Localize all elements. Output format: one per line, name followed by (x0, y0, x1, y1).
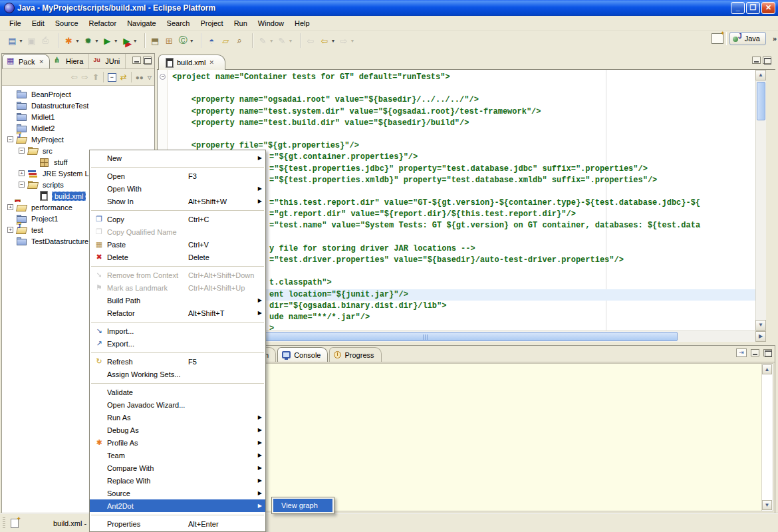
pin-console-icon[interactable]: ⇥ (736, 348, 747, 357)
menubar-item-project[interactable]: Project (195, 17, 228, 29)
dropdown-icon[interactable]: ▼ (114, 39, 118, 43)
menu-item-export-[interactable]: ↗Export... (90, 337, 265, 350)
expand-icon[interactable]: + (7, 227, 13, 233)
scroll-down-icon[interactable]: ▼ (755, 320, 766, 331)
scroll-up-icon[interactable]: ▲ (755, 70, 766, 80)
expand-icon[interactable]: + (7, 204, 13, 210)
link-with-editor-icon[interactable]: ⇄ (120, 72, 127, 82)
menubar-item-source[interactable]: Source (50, 17, 84, 29)
menu-item-refactor[interactable]: RefactorAlt+Shift+T▶ (90, 307, 265, 319)
menu-item-open[interactable]: OpenF3 (90, 170, 265, 182)
up-icon[interactable]: ⬆ (92, 72, 99, 82)
tree-item-datastructuretest[interactable]: DatastructureTest (2, 100, 154, 111)
new-java-project-icon[interactable]: ⬒ (148, 33, 162, 48)
new-package-icon[interactable]: ⊞ (162, 33, 176, 48)
dropdown-icon[interactable]: ▼ (75, 39, 80, 43)
minimize-editor-icon[interactable] (752, 57, 761, 64)
scroll-down-icon[interactable]: ▼ (762, 500, 772, 510)
expand-toggle[interactable]: + (5, 204, 16, 210)
new-class-icon[interactable]: Ⓒ▼ (176, 33, 195, 48)
scroll-up-icon[interactable]: ▲ (762, 364, 772, 374)
menubar-item-run[interactable]: Run (229, 17, 253, 29)
maximize-panel-icon[interactable] (763, 349, 772, 356)
dropdown-icon[interactable]: ▼ (269, 39, 274, 43)
menubar-item-file[interactable]: File (4, 17, 27, 29)
menu-item-replace-with[interactable]: Replace With▶ (90, 474, 265, 487)
editor-vertical-scrollbar[interactable]: ▲ ▼ (755, 70, 766, 331)
view-dropdown-icon[interactable]: ▽ (148, 74, 152, 80)
menubar-item-help[interactable]: Help (289, 17, 315, 29)
menubar-item-search[interactable]: Search (162, 17, 195, 29)
fold-collapse-icon[interactable] (160, 74, 166, 80)
menu-item-show-in[interactable]: Show InAlt+Shift+W▶ (90, 195, 265, 207)
menu-item-build-path[interactable]: Build Path▶ (90, 294, 265, 307)
restore-button[interactable]: ❐ (746, 2, 760, 14)
collapse-icon[interactable]: − (7, 136, 13, 142)
bottom-tab-console[interactable]: Console (277, 347, 328, 362)
back-icon[interactable]: ⇦ (71, 72, 78, 82)
dropdown-icon[interactable]: ▼ (190, 39, 194, 43)
tree-item-midlet2[interactable]: Midlet2 (2, 122, 154, 134)
menu-item-compare-with[interactable]: Compare With▶ (90, 462, 265, 474)
menu-item-properties[interactable]: PropertiesAlt+Enter (90, 517, 265, 530)
run-icon[interactable]: ▶▼ (100, 33, 120, 48)
maximize-view-icon[interactable] (143, 57, 152, 64)
tree-item-myproject[interactable]: −MyProject (2, 134, 154, 145)
expand-toggle[interactable]: + (5, 227, 16, 233)
editor-tab-buildxml[interactable]: build.xml ✕ (158, 55, 225, 70)
view-tab-hiera[interactable]: Hiera (50, 54, 89, 68)
dropdown-icon[interactable]: ▼ (289, 39, 293, 43)
perspective-overflow-chevron[interactable]: » (773, 35, 775, 43)
maximize-editor-icon[interactable] (763, 57, 771, 64)
expand-toggle[interactable]: − (16, 182, 27, 188)
minimize-view-icon[interactable] (132, 57, 141, 64)
bottom-tab-progress[interactable]: Progress (329, 347, 381, 362)
scroll-right-icon[interactable]: ▶ (755, 331, 766, 342)
close-button[interactable]: ✕ (761, 2, 775, 14)
menu-item-run-as[interactable]: Run As▶ (90, 411, 265, 424)
dropdown-icon[interactable]: ▼ (350, 39, 354, 43)
menubar-item-navigate[interactable]: Navigate (122, 17, 161, 29)
view-tab-pack[interactable]: Pack✕ (2, 54, 50, 68)
menubar-item-window[interactable]: Window (253, 17, 289, 29)
perspective-java-button[interactable]: Java (729, 32, 766, 45)
new-wizard-icon[interactable]: ▤▼ (5, 33, 25, 48)
minimize-panel-icon[interactable] (751, 349, 759, 356)
back-icon[interactable]: ⇦▼ (318, 33, 337, 48)
expand-icon[interactable]: + (19, 170, 25, 176)
scroll-thumb[interactable] (757, 82, 765, 120)
dropdown-icon[interactable]: ▼ (133, 39, 138, 43)
expand-toggle[interactable]: + (16, 170, 27, 176)
collapse-icon[interactable]: − (19, 182, 25, 188)
fast-view-icon[interactable] (11, 519, 19, 528)
external-tools-icon[interactable]: ▶▼ (120, 33, 139, 48)
expand-toggle[interactable]: − (16, 148, 27, 154)
tree-item-midlet1[interactable]: Midlet1 (2, 111, 154, 122)
menu-item-delete[interactable]: ✖DeleteDelete (90, 251, 265, 263)
menu-item-team[interactable]: Team▶ (90, 449, 265, 462)
open-perspective-icon[interactable] (712, 33, 723, 44)
menu-item-open-with[interactable]: Open With▶ (90, 182, 265, 195)
collapse-icon[interactable]: − (19, 148, 25, 154)
menu-item-view-graph[interactable]: View graph (273, 499, 332, 512)
dropdown-icon[interactable]: ▼ (331, 39, 336, 43)
dropdown-icon[interactable]: ▼ (19, 39, 23, 43)
menu-item-paste[interactable]: ▦PasteCtrl+V (90, 238, 265, 251)
menu-item-copy[interactable]: ❐CopyCtrl+C (90, 213, 265, 225)
view-tab-juni[interactable]: JUni (89, 54, 126, 68)
console-scrollbar[interactable]: ▲ ▼ (761, 364, 773, 511)
menu-item-validate[interactable]: Validate (90, 386, 265, 398)
menubar-item-refactor[interactable]: Refactor (84, 17, 122, 29)
close-tab-icon[interactable]: ✕ (209, 59, 214, 66)
profile-icon[interactable]: ✱▼ (62, 33, 81, 48)
collapse-all-icon[interactable]: − (108, 73, 116, 82)
menu-item-source[interactable]: Source▶ (90, 487, 265, 499)
minimize-button[interactable]: _ (731, 2, 745, 14)
menu-item-assign-working-sets-[interactable]: Assign Working Sets... (90, 368, 265, 380)
menu-item-refresh[interactable]: ↻RefreshF5 (90, 355, 265, 368)
debug-icon[interactable]: ✹▼ (81, 33, 100, 48)
forward-icon[interactable]: ⇨ (82, 72, 88, 82)
view-menu-icon[interactable]: ●● (136, 74, 144, 81)
search-icon[interactable]: ⌕ (233, 33, 247, 48)
dropdown-icon[interactable]: ▼ (94, 39, 99, 43)
